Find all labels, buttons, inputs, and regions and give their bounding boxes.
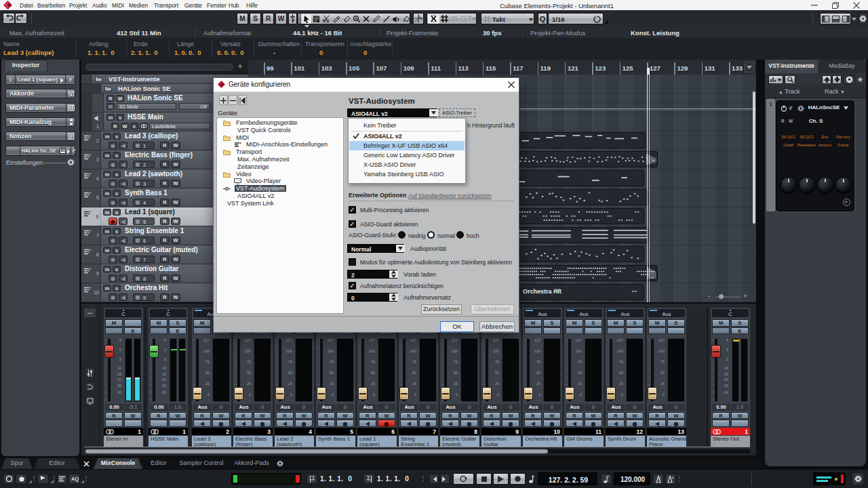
mute-button[interactable]: m <box>103 190 111 197</box>
cancel-button[interactable]: Abbrechen <box>479 321 515 332</box>
read-button[interactable]: R <box>160 256 170 263</box>
record-arm-button[interactable] <box>108 199 117 206</box>
tab-spur[interactable]: Spur <box>1 458 33 469</box>
write-button[interactable]: W <box>116 95 124 102</box>
tree-item-midi[interactable]: MIDI <box>235 134 250 141</box>
channel-solo-button[interactable]: S <box>667 319 685 327</box>
solo-button[interactable]: s <box>113 247 121 253</box>
guard-level-radio-hoch[interactable] <box>456 231 464 239</box>
volume-value[interactable]: Aus <box>235 404 253 411</box>
guard-level-radio-niedrig[interactable] <box>398 231 406 239</box>
strip-write-button[interactable]: W <box>460 412 478 419</box>
channel-name-label[interactable]: Lead 2 (sawtooth) <box>275 436 314 447</box>
record-mode-button[interactable] <box>16 474 27 484</box>
strip-record-button[interactable] <box>460 420 478 427</box>
write-button[interactable]: W <box>171 274 180 282</box>
pan-value-2[interactable]: 0 <box>336 404 354 411</box>
grid-type-select[interactable]: Takt <box>481 13 534 24</box>
strip-write-button[interactable]: W <box>502 412 519 419</box>
pan-value-2[interactable]: 0 <box>212 404 230 411</box>
strip-read-button[interactable]: R <box>317 412 335 419</box>
fader-cap[interactable] <box>711 345 721 358</box>
driver-option-x-usb-asio-driver[interactable]: X-USB ASIO Driver <box>349 160 465 169</box>
write-button[interactable]: W <box>171 180 180 187</box>
channel-name-label[interactable]: Distortion Guitar <box>481 436 521 447</box>
close-icon[interactable] <box>853 2 860 9</box>
solo-button[interactable]: s <box>113 209 121 216</box>
channel-edit-button[interactable]: E <box>169 327 186 334</box>
redo-button[interactable] <box>15 13 27 24</box>
channel-box[interactable]: 3 <box>133 180 155 187</box>
pan-control[interactable]: C <box>105 309 142 317</box>
tab-akkord-pads[interactable]: Akkord-Pads <box>229 458 274 469</box>
move-down-button[interactable] <box>832 75 842 84</box>
mute-tool[interactable] <box>361 14 371 24</box>
mixer-left-button[interactable] <box>85 367 95 378</box>
quick-control-knob-3[interactable] <box>817 177 833 193</box>
mute-button[interactable]: m <box>103 247 111 253</box>
guard-level-radio-normal[interactable] <box>427 231 435 239</box>
inspector-tab[interactable]: Inspector <box>4 60 47 71</box>
inspector-section-midiparameter[interactable]: MIDI-Parameter <box>5 103 75 113</box>
inspector-track-title-bar[interactable]: 6Lead 1 (square)e <box>5 75 75 85</box>
channel-name-label[interactable]: Orchestra Hit <box>523 436 562 447</box>
position-display[interactable]: 127. 2. 2. 59 <box>538 472 597 485</box>
play-tool[interactable] <box>391 14 401 24</box>
window-layout-button-1[interactable] <box>821 15 830 23</box>
global-read-button[interactable]: R <box>262 13 274 24</box>
preload-spin-buttons[interactable] <box>389 270 398 278</box>
module-dropdown-icon[interactable] <box>844 106 848 110</box>
pan-control[interactable]: Aus <box>648 309 685 317</box>
volume-value[interactable]: Aus <box>276 404 294 411</box>
minimize-icon[interactable] <box>811 5 818 6</box>
tab-mixconsole[interactable]: MixConsole <box>94 458 142 469</box>
priority-dropdown-button[interactable] <box>395 245 405 252</box>
find-instrument-button[interactable] <box>785 75 795 84</box>
mute-button[interactable]: m <box>106 114 115 121</box>
fader-cap[interactable] <box>399 387 409 400</box>
tracklist-scroll-strip[interactable] <box>85 64 233 70</box>
module-output-icon[interactable] <box>843 199 850 206</box>
strip-read-button[interactable]: R <box>193 412 211 419</box>
timeline-ruler[interactable]: 9910110310510710911111311511711912112312… <box>248 60 756 75</box>
channel-solo-button[interactable]: S <box>731 319 749 327</box>
cycle-button[interactable] <box>453 473 474 485</box>
solo-button[interactable]: s <box>113 285 121 291</box>
hzoom-handle[interactable] <box>719 294 724 299</box>
strip-read-button[interactable]: R <box>607 412 625 419</box>
strip-record-button[interactable] <box>336 420 354 427</box>
punch-mode-button[interactable] <box>37 474 49 484</box>
monitor-button[interactable] <box>119 237 127 244</box>
line-tool[interactable] <box>382 14 391 24</box>
monitor-button[interactable] <box>119 199 127 206</box>
pan-value-2[interactable]: 0 <box>626 404 644 411</box>
pan-value-2[interactable]: 0 <box>585 404 602 411</box>
strip-record-button[interactable] <box>667 420 685 427</box>
fader-cap[interactable] <box>149 345 159 358</box>
strip-record-button[interactable] <box>378 420 395 427</box>
channel-name-label[interactable]: Electric Bass (finger) <box>233 436 273 447</box>
quick-control-knob-1[interactable] <box>781 177 797 193</box>
fader-cap[interactable] <box>317 387 326 400</box>
menu-item-projekt[interactable]: Projekt <box>69 2 87 9</box>
read-button[interactable]: R <box>160 293 170 301</box>
dialog-close-icon[interactable] <box>508 81 515 88</box>
monitor-button[interactable] <box>119 274 127 282</box>
driver-option-behringer-x-uf-usb-asio-x64[interactable]: Behringer X-UF USB ASIO x64 <box>349 141 465 150</box>
quantize-enable-button[interactable]: Q <box>538 13 547 24</box>
fader-cap[interactable] <box>275 387 285 400</box>
strip-record-button[interactable] <box>543 420 561 427</box>
solo-button[interactable]: s <box>113 190 121 197</box>
tree-item-vst-quick-controls[interactable]: VST Quick Controls <box>236 127 292 134</box>
inspector-output-edit-button[interactable]: e <box>71 146 77 155</box>
menu-item-midi[interactable]: MIDI <box>112 2 124 9</box>
mute-button[interactable]: m <box>103 266 111 272</box>
pan-control[interactable]: Aus <box>607 309 644 317</box>
channel-name-label[interactable]: GM Drums <box>564 436 604 447</box>
monitor-button[interactable] <box>119 180 127 187</box>
volume-value[interactable]: 0.00 <box>150 404 168 411</box>
strip-monitor-button[interactable] <box>648 420 666 427</box>
monitor-button[interactable] <box>119 161 127 168</box>
volume-value[interactable]: Aus <box>566 404 584 411</box>
volume-value[interactable]: Aus <box>648 404 667 411</box>
